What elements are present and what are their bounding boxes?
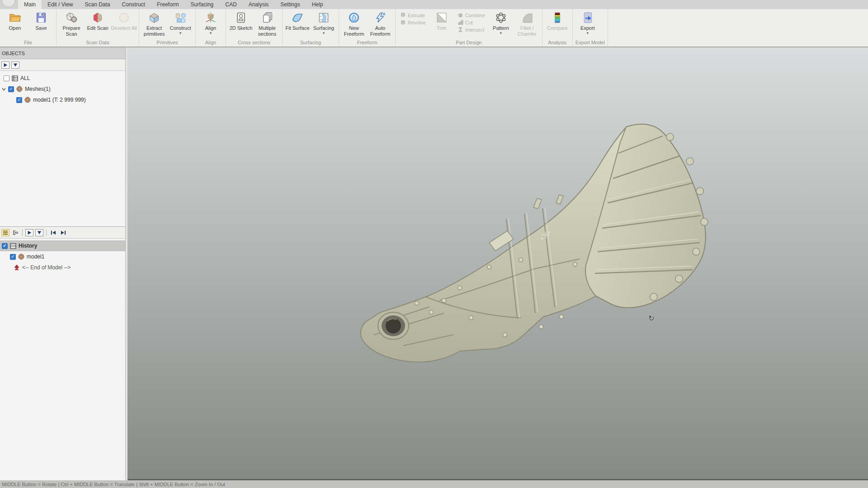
mesh-icon xyxy=(16,86,23,92)
trim-icon xyxy=(436,10,448,25)
ribbon: Open Save File Prepare Scan xyxy=(0,9,868,47)
history-model1-checkbox[interactable]: ✓ xyxy=(10,254,16,260)
construct-button[interactable]: Construct ▼ xyxy=(167,10,193,35)
tree-view-icon[interactable] xyxy=(11,229,19,236)
construct-icon xyxy=(174,10,187,25)
ribbon-group-cross-sections: 2D Sketch Multiple sections Cross sectio… xyxy=(226,9,283,47)
tree-item-model1[interactable]: ✓ model1 (T: 2 999 999) xyxy=(0,94,125,105)
construct-dropdown-caret[interactable]: ▼ xyxy=(179,32,182,35)
all-checkbox[interactable] xyxy=(4,75,9,81)
menu-tab-settings[interactable]: Settings xyxy=(274,0,306,9)
objects-tree: ALL ✓ Meshes(1) ✓ model1 (T: 2 999 999) xyxy=(0,71,125,226)
status-bar: MIDDLE Button = Rotate | Ctrl + MIDDLE B… xyxy=(0,480,868,488)
trim-button[interactable]: Trim xyxy=(429,10,455,31)
save-button[interactable]: Save xyxy=(28,10,54,31)
combine-button[interactable]: Combine xyxy=(458,12,485,18)
gearbox-mesh-model[interactable] xyxy=(127,47,868,479)
tree-item-history-model1[interactable]: ✓ model1 xyxy=(0,251,125,262)
history-panel: ✓ History ✓ model1 <-- End of Model --> xyxy=(0,226,125,480)
new-freeform-icon xyxy=(348,10,360,25)
cut-button[interactable]: Cut xyxy=(458,19,485,25)
combine-icon xyxy=(458,12,463,18)
svg-text:A: A xyxy=(382,12,386,16)
2d-sketch-button[interactable]: 2D Sketch xyxy=(228,10,254,31)
meshes-checkbox[interactable]: ✓ xyxy=(8,86,14,92)
filter-down-icon[interactable] xyxy=(11,61,19,69)
multiple-sections-button[interactable]: Multiple sections xyxy=(254,10,280,37)
2d-sketch-icon xyxy=(235,10,247,25)
fillet-chamfer-button[interactable]: Fillet / Chamfer xyxy=(514,10,540,37)
menu-tab-cad[interactable]: CAD xyxy=(219,0,242,9)
model1-checkbox[interactable]: ✓ xyxy=(16,97,22,103)
open-button[interactable]: Open xyxy=(2,10,28,31)
prepare-scan-button[interactable]: Prepare Scan xyxy=(58,10,85,37)
menu-tab-analysis[interactable]: Analysis xyxy=(243,0,275,9)
toolbar-separator xyxy=(22,230,23,236)
pattern-button[interactable]: Pattern ▼ xyxy=(488,10,514,35)
menu-tab-main[interactable]: Main xyxy=(18,0,42,9)
intersect-icon xyxy=(458,27,463,33)
menu-tab-edit-view[interactable]: Edit / View xyxy=(42,0,79,9)
intersect-button[interactable]: Intersect xyxy=(458,27,485,33)
multiple-sections-icon xyxy=(260,10,274,25)
group-label-cross-sections: Cross sections xyxy=(228,39,280,47)
export-button[interactable]: Export ▼ xyxy=(575,10,601,35)
revolve-icon xyxy=(400,19,406,25)
tree-item-history[interactable]: ✓ History xyxy=(0,240,125,251)
history-checkbox[interactable]: ✓ xyxy=(2,243,8,249)
export-dropdown-caret[interactable]: ▼ xyxy=(586,32,590,35)
ribbon-group-file: Open Save File xyxy=(0,9,57,47)
pattern-dropdown-caret[interactable]: ▼ xyxy=(499,32,503,35)
menu-tab-surfacing[interactable]: Surfacing xyxy=(185,0,220,9)
history-panel-toolbar xyxy=(0,227,125,239)
end-of-model-icon xyxy=(14,264,20,271)
list-view-icon[interactable] xyxy=(1,229,9,236)
rotate-cursor: ↻ xyxy=(648,314,654,323)
filter-down-icon[interactable] xyxy=(35,229,43,236)
history-tree: ✓ History ✓ model1 <-- End of Model --> xyxy=(0,239,125,480)
menu-tab-freeform[interactable]: Freeform xyxy=(151,0,185,9)
save-floppy-icon xyxy=(35,10,47,25)
objects-panel-title: OBJECTS xyxy=(0,47,125,59)
skip-to-start-icon[interactable] xyxy=(49,229,57,236)
pattern-icon xyxy=(495,10,507,25)
status-hint-text: MIDDLE Button = Rotate | Ctrl + MIDDLE B… xyxy=(2,482,225,487)
menu-tab-scan-data[interactable]: Scan Data xyxy=(79,0,116,9)
menu-tab-help[interactable]: Help xyxy=(306,0,329,9)
viewport-3d[interactable]: ↻ xyxy=(127,47,868,480)
deselect-all-icon xyxy=(118,10,130,25)
edit-scan-icon xyxy=(91,10,104,25)
auto-freeform-button[interactable]: A Auto Freeform xyxy=(367,10,393,37)
app-menu-button[interactable] xyxy=(2,0,15,7)
edit-scan-button[interactable]: Edit Scan xyxy=(85,10,111,31)
new-freeform-button[interactable]: New Freeform xyxy=(341,10,367,37)
align-button[interactable]: Align ▼ xyxy=(198,10,224,35)
play-filter-icon[interactable] xyxy=(1,61,9,69)
objects-panel: OBJECTS ALL xyxy=(0,47,125,226)
compare-button[interactable]: Compare xyxy=(544,10,571,31)
fit-surface-icon xyxy=(291,10,304,25)
surfacing-dropdown-caret[interactable]: ▼ xyxy=(322,32,326,35)
tree-item-meshes[interactable]: ✓ Meshes(1) xyxy=(0,84,125,94)
table-icon xyxy=(12,75,18,81)
surfacing-button[interactable]: Surfacing ▼ xyxy=(311,10,337,35)
skip-to-end-icon[interactable] xyxy=(59,229,67,236)
menu-tab-construct[interactable]: Construct xyxy=(116,0,151,9)
fit-surface-button[interactable]: Fit Surface xyxy=(284,10,311,31)
expander-chevron-icon[interactable] xyxy=(2,87,6,91)
fillet-chamfer-icon xyxy=(521,10,533,25)
tree-item-all[interactable]: ALL xyxy=(0,73,125,84)
extract-primitives-button[interactable]: Extract primitives xyxy=(141,10,167,37)
deselect-all-button[interactable]: Deselect All xyxy=(111,10,137,31)
menu-bar: Main Edit / View Scan Data Construct Fre… xyxy=(0,0,868,9)
extrude-button[interactable]: Extrude xyxy=(400,12,426,18)
table-icon xyxy=(10,243,16,249)
left-panel: OBJECTS ALL xyxy=(0,47,126,480)
group-label-scan-data: Scan Data xyxy=(58,39,137,47)
tree-item-end-of-model[interactable]: <-- End of Model --> xyxy=(0,262,125,273)
revolve-button[interactable]: Revolve xyxy=(400,19,426,25)
align-dropdown-caret[interactable]: ▼ xyxy=(209,32,212,35)
ribbon-group-part-design: Extrude Revolve Trim Comb xyxy=(396,9,542,47)
play-filter-icon[interactable] xyxy=(25,229,33,236)
toolbar-separator xyxy=(46,230,47,236)
